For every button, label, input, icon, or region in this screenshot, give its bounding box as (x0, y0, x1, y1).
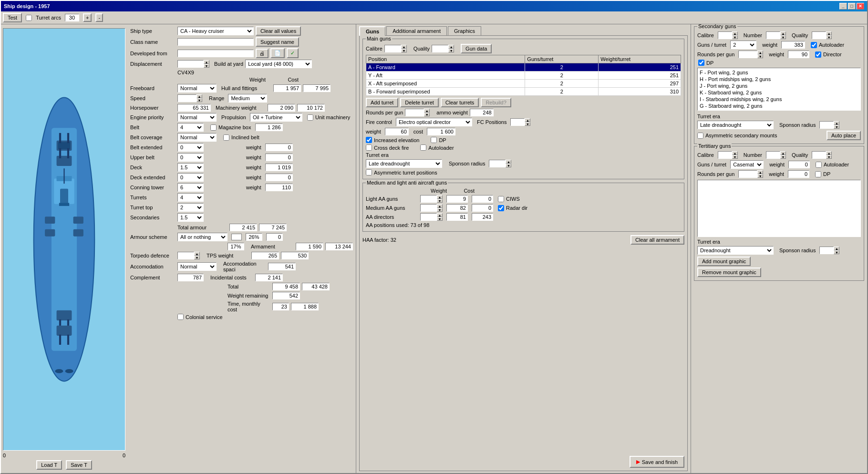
save-and-finish-button[interactable]: ▶ Save and finish (630, 456, 684, 468)
auto-place-button[interactable]: Auto place (827, 131, 861, 140)
clear-turrets-button[interactable]: Clear turrets (441, 98, 479, 107)
sec-autoloader-checkbox[interactable] (811, 42, 817, 48)
tert-number-down[interactable]: ▼ (780, 155, 786, 159)
suggest-name-button[interactable]: Suggest name (256, 37, 299, 47)
turrets-select[interactable]: 4 (177, 193, 204, 202)
tert-sponson-input[interactable]: 0 (819, 247, 834, 254)
displacement-up[interactable]: ▲ (204, 60, 209, 64)
turret-arcs-minus[interactable]: - (95, 13, 103, 22)
sec-dp-checkbox[interactable] (698, 60, 704, 66)
build-at-yard-select[interactable]: Local yard (48 000) (245, 60, 312, 68)
remove-mount-graphic-button[interactable]: Remove mount graphic (697, 268, 761, 277)
inclined-belt-checkbox[interactable] (223, 134, 229, 141)
close-button[interactable]: ✕ (857, 3, 864, 10)
unit-machinery-checkbox[interactable] (307, 114, 313, 121)
list-item[interactable]: K - Starboard wing, 2 guns (699, 89, 859, 96)
deck-extended-select[interactable]: 0 (177, 173, 204, 182)
rounds-per-gun-input[interactable]: 130 (405, 109, 424, 116)
light-aa-down[interactable]: ▼ (437, 199, 443, 203)
sec-calibre-up[interactable]: ▲ (732, 31, 738, 35)
tert-rounds-down[interactable]: ▼ (757, 174, 763, 178)
tert-sponson-down[interactable]: ▼ (834, 250, 839, 254)
quality-down[interactable]: ▼ (448, 49, 454, 52)
sec-director-checkbox[interactable] (815, 52, 821, 58)
magazine-box-checkbox[interactable] (210, 124, 217, 131)
sec-rounds-input[interactable]: 180 (738, 51, 757, 58)
fire-control-select[interactable]: Electro optical director (396, 118, 472, 126)
list-item[interactable]: I - Starboard midships wing, 2 guns (699, 96, 859, 103)
sponson-down[interactable]: ▼ (506, 164, 511, 167)
list-item[interactable]: J - Port wing, 2 guns (699, 82, 859, 89)
sec-calibre-input[interactable]: 4 (718, 31, 732, 39)
propulsion-select[interactable]: Oil + Turbine (250, 113, 302, 122)
list-item[interactable]: F - Port wing, 2 guns (699, 69, 859, 76)
tert-calibre-up[interactable]: ▲ (732, 151, 738, 155)
medium-aa-input[interactable]: 10 (420, 204, 437, 212)
sec-rounds-down[interactable]: ▼ (757, 54, 763, 58)
print2-button[interactable]: 📄 (270, 48, 285, 58)
aa-directors-input[interactable]: 3 (420, 213, 437, 221)
turret-top-select[interactable]: 2 (177, 203, 204, 212)
clear-all-values-button[interactable]: Clear all values (256, 26, 301, 36)
tert-era-select[interactable]: Dreadnought (697, 246, 774, 255)
tert-calibre-down[interactable]: ▼ (732, 155, 738, 159)
medium-aa-up[interactable]: ▲ (437, 204, 443, 208)
turret-arcs-checkbox[interactable] (26, 15, 32, 21)
maximize-button[interactable]: □ (848, 3, 856, 10)
sec-rounds-up[interactable]: ▲ (757, 51, 763, 54)
rounds-down[interactable]: ▼ (424, 113, 430, 116)
delete-turret-button[interactable]: Delete turret (400, 98, 439, 107)
sec-sponson-input[interactable]: 6 (819, 121, 834, 129)
tert-sponson-up[interactable]: ▲ (834, 247, 839, 250)
table-row[interactable]: A - Forward 2 251 (366, 63, 681, 72)
test-button[interactable]: Test (3, 13, 22, 22)
medium-aa-down[interactable]: ▼ (437, 208, 443, 212)
sponson-up[interactable]: ▲ (506, 160, 511, 164)
developed-from-input[interactable]: 10% change, Montcalm (177, 50, 254, 57)
add-turret-button[interactable]: Add turret (366, 98, 398, 107)
colonial-service-checkbox[interactable] (177, 314, 184, 320)
armour-scheme-select[interactable]: All or nothing (177, 233, 227, 241)
load-button[interactable]: Load T (36, 460, 62, 470)
freeboard-select[interactable]: Normal (177, 84, 217, 93)
aa-directors-down[interactable]: ▼ (437, 217, 443, 221)
calibre-input[interactable]: 8 (384, 45, 401, 52)
table-row[interactable]: Y - Aft 2 251 (366, 72, 681, 80)
tert-dp-checkbox[interactable] (815, 171, 821, 177)
fc-positions-input[interactable]: 2 (510, 118, 525, 126)
belt-extended-select[interactable]: 0 (177, 143, 204, 152)
print-button[interactable]: 🖨 (256, 49, 269, 58)
fc-positions-down[interactable]: ▼ (525, 122, 530, 126)
calibre-up[interactable]: ▲ (401, 45, 407, 49)
range-select[interactable]: Medium (228, 94, 267, 103)
list-item[interactable]: H - Port midships wing, 2 guns (699, 76, 859, 82)
conning-tower-select[interactable]: 6 (177, 183, 204, 192)
tert-quality-down[interactable]: ▼ (826, 155, 832, 159)
accomodation-select[interactable]: Normal (177, 262, 217, 271)
aa-directors-up[interactable]: ▲ (437, 213, 443, 217)
rounds-up[interactable]: ▲ (424, 109, 430, 113)
torpedo-up[interactable]: ▲ (194, 252, 200, 256)
tert-autoloader-checkbox[interactable] (816, 162, 822, 168)
increased-elevation-checkbox[interactable] (366, 137, 372, 143)
light-aa-input[interactable]: 8 (420, 195, 437, 203)
sec-quality-up[interactable]: ▲ (826, 31, 832, 35)
torpedo-defence-input[interactable]: 1 (177, 252, 194, 259)
check-button[interactable]: ✓ (287, 48, 299, 58)
sec-turret-era-select[interactable]: Late dreadnought (697, 121, 774, 129)
sec-number-down[interactable]: ▼ (780, 35, 786, 39)
sec-sponson-down[interactable]: ▼ (834, 125, 839, 129)
radar-dir-checkbox[interactable] (498, 205, 504, 211)
belt-select[interactable]: 4 (177, 123, 204, 132)
sec-quality-input[interactable]: 0 (812, 31, 826, 39)
ciws-checkbox[interactable] (498, 196, 504, 202)
quality-up[interactable]: ▲ (448, 45, 454, 49)
speed-down[interactable]: ▼ (196, 98, 202, 102)
sponson-radius-input[interactable]: 0 (489, 160, 506, 167)
displacement-down[interactable]: ▼ (204, 64, 209, 68)
turret-era-select[interactable]: Late dreadnought (366, 159, 442, 168)
tab-additional-armament[interactable]: Additional armament (386, 26, 447, 36)
tert-number-up[interactable]: ▲ (780, 151, 786, 155)
torpedo-down[interactable]: ▼ (194, 256, 200, 259)
sec-calibre-down[interactable]: ▼ (732, 35, 738, 39)
